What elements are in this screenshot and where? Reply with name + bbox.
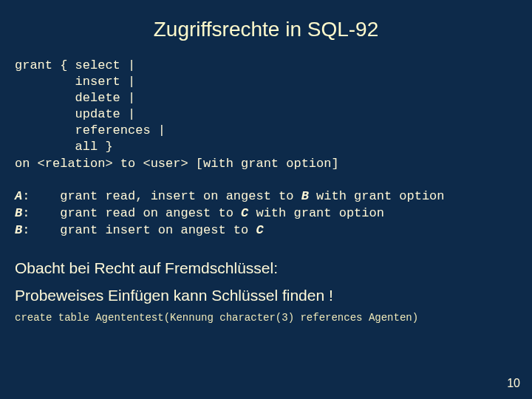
- example-text: : grant read, insert on angest to: [22, 189, 301, 203]
- note-line: Obacht bei Recht auf Fremdschlüssel:: [15, 258, 517, 279]
- syntax-line: delete |: [15, 90, 517, 106]
- examples-block: A: grant read, insert on angest to B wit…: [15, 188, 517, 239]
- slide: Zugriffsrechte in SQL-92 grant { select …: [0, 0, 532, 324]
- syntax-line: grant { select |: [15, 58, 517, 74]
- example-row: B: grant read on angest to C with grant …: [15, 205, 517, 222]
- example-label: B: [15, 223, 22, 237]
- example-target: C: [256, 223, 263, 237]
- example-text: : grant read on angest to: [22, 206, 241, 220]
- syntax-line: on <relation> to <user> [with grant opti…: [15, 156, 517, 172]
- page-number: 10: [507, 377, 520, 390]
- syntax-line: all }: [15, 139, 517, 155]
- syntax-line: references |: [15, 123, 517, 139]
- create-table-statement: create table Agententest(Kennung charact…: [15, 312, 517, 324]
- syntax-line: update |: [15, 106, 517, 123]
- example-label: A: [15, 189, 22, 203]
- example-label: B: [15, 206, 22, 220]
- example-suffix: with grant option: [248, 206, 384, 220]
- example-target: B: [301, 189, 309, 203]
- grant-syntax-block: grant { select | insert | delete | updat…: [15, 58, 517, 172]
- syntax-line: insert |: [15, 74, 517, 90]
- note-line: Probeweises Einfügen kann Schlüssel find…: [15, 285, 517, 306]
- example-target: C: [241, 206, 248, 220]
- slide-title: Zugriffsrechte in SQL-92: [15, 18, 517, 41]
- example-suffix: with grant option: [309, 189, 445, 203]
- example-text: : grant insert on angest to: [22, 223, 256, 237]
- example-row: A: grant read, insert on angest to B wit…: [15, 188, 517, 205]
- example-row: B: grant insert on angest to C: [15, 222, 517, 239]
